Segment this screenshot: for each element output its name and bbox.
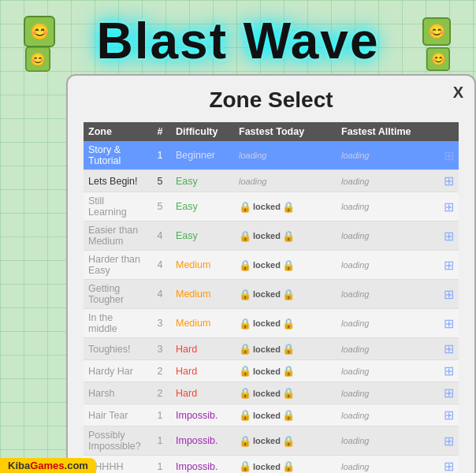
cell-zone-name: In the middle [84, 309, 149, 338]
cell-difficulty: Beginner [171, 141, 234, 170]
grid-icon[interactable]: ⊞ [444, 460, 454, 473]
game-title: Blast Wave [96, 13, 379, 69]
cell-fastest-today: 🔒 locked 🔒 [234, 382, 337, 404]
cell-zone-name: Toughies! [84, 338, 149, 360]
cell-zone-num: 4 [149, 280, 171, 309]
grid-icon[interactable]: ⊞ [444, 229, 454, 243]
cell-difficulty: Medium [171, 309, 234, 338]
table-row[interactable]: Hardy Har2Hard🔒 locked 🔒loading⊞ [84, 360, 459, 382]
cell-difficulty: Hard [171, 338, 234, 360]
cell-difficulty: Medium [171, 280, 234, 309]
cell-zone-num: 4 [149, 251, 171, 280]
grid-icon[interactable]: ⊞ [444, 149, 454, 162]
cell-zone-num: 1 [149, 404, 171, 426]
cell-fastest-today: loading [234, 141, 337, 170]
cell-zone-num: 1 [149, 141, 171, 170]
cell-fastest-today: loading [234, 170, 337, 192]
cell-fastest-alltime: loading [337, 382, 439, 404]
cell-grid-icon[interactable]: ⊞ [439, 251, 459, 280]
cell-grid-icon[interactable]: ⊞ [439, 360, 459, 382]
cell-difficulty: Impossib. [171, 426, 234, 456]
grid-icon[interactable]: ⊞ [444, 342, 454, 356]
cell-difficulty: Impossib. [171, 404, 234, 426]
cell-grid-icon[interactable]: ⊞ [439, 404, 459, 426]
title-area: Blast Wave [0, 0, 476, 74]
cell-grid-icon[interactable]: ⊞ [439, 280, 459, 309]
cell-fastest-alltime: loading [337, 280, 439, 309]
grid-icon[interactable]: ⊞ [444, 408, 454, 422]
cell-zone-num: 2 [149, 382, 171, 404]
cell-fastest-alltime: loading [337, 141, 439, 170]
table-row[interactable]: AHHHH1Impossib.🔒 locked 🔒loading⊞ [84, 456, 459, 474]
cell-difficulty: Easy [171, 192, 234, 222]
kiba-badge: KibaGames.com [0, 458, 96, 473]
cell-zone-name: Hardy Har [84, 360, 149, 382]
cell-grid-icon[interactable]: ⊞ [439, 382, 459, 404]
grid-icon[interactable]: ⊞ [444, 174, 454, 188]
col-action [439, 122, 459, 141]
grid-icon[interactable]: ⊞ [444, 317, 454, 330]
cell-fastest-today: 🔒 locked 🔒 [234, 192, 337, 222]
cell-fastest-alltime: loading [337, 404, 439, 426]
cell-zone-num: 5 [149, 170, 171, 192]
table-header-row: Zone # Difficulty Fastest Today Fastest … [84, 122, 459, 141]
col-num: # [149, 122, 171, 141]
table-row[interactable]: Possibly Impossible?1Impossib.🔒 locked 🔒… [84, 426, 459, 456]
cell-zone-num: 4 [149, 222, 171, 251]
kiba-suffix: .com [65, 460, 88, 471]
table-row[interactable]: Harsh2Hard🔒 locked 🔒loading⊞ [84, 382, 459, 404]
cell-fastest-alltime: loading [337, 251, 439, 280]
cell-fastest-alltime: loading [337, 192, 439, 222]
cell-fastest-today: 🔒 locked 🔒 [234, 404, 337, 426]
dialog-title: Zone Select [84, 88, 459, 113]
cell-fastest-today: 🔒 locked 🔒 [234, 426, 337, 456]
cell-zone-name: Lets Begin! [84, 170, 149, 192]
cell-grid-icon[interactable]: ⊞ [439, 170, 459, 192]
grid-icon[interactable]: ⊞ [444, 200, 454, 214]
cell-grid-icon[interactable]: ⊞ [439, 309, 459, 338]
cell-grid-icon[interactable]: ⊞ [439, 338, 459, 360]
cell-zone-num: 5 [149, 192, 171, 222]
close-button[interactable]: X [453, 84, 463, 102]
table-row[interactable]: Easier than Medium4Easy🔒 locked 🔒loading… [84, 222, 459, 251]
cell-difficulty: Hard [171, 382, 234, 404]
cell-fastest-alltime: loading [337, 456, 439, 474]
grid-icon[interactable]: ⊞ [444, 386, 454, 400]
cell-fastest-today: 🔒 locked 🔒 [234, 360, 337, 382]
cell-grid-icon[interactable]: ⊞ [439, 141, 459, 170]
cell-fastest-today: 🔒 locked 🔒 [234, 222, 337, 251]
cell-fastest-today: 🔒 locked 🔒 [234, 456, 337, 474]
grid-icon[interactable]: ⊞ [444, 288, 454, 301]
cell-difficulty: Easy [171, 222, 234, 251]
table-row[interactable]: In the middle3Medium🔒 locked 🔒loading⊞ [84, 309, 459, 338]
table-row[interactable]: Hair Tear1Impossib.🔒 locked 🔒loading⊞ [84, 404, 459, 426]
kiba-games: Games [30, 460, 64, 471]
cell-zone-num: 2 [149, 360, 171, 382]
cell-grid-icon[interactable]: ⊞ [439, 456, 459, 474]
cell-grid-icon[interactable]: ⊞ [439, 426, 459, 456]
table-row[interactable]: Lets Begin!5Easyloadingloading⊞ [84, 170, 459, 192]
grid-icon[interactable]: ⊞ [444, 364, 454, 378]
table-row[interactable]: Getting Tougher4Medium🔒 locked 🔒loading⊞ [84, 280, 459, 309]
table-row[interactable]: Story & Tutorial1Beginnerloadingloading⊞ [84, 141, 459, 170]
cell-fastest-alltime: loading [337, 360, 439, 382]
cell-fastest-alltime: loading [337, 338, 439, 360]
grid-icon[interactable]: ⊞ [444, 434, 454, 448]
table-row[interactable]: Harder than Easy4Medium🔒 locked 🔒loading… [84, 251, 459, 280]
col-fastest-today: Fastest Today [234, 122, 337, 141]
cell-fastest-today: 🔒 locked 🔒 [234, 280, 337, 309]
col-difficulty: Difficulty [171, 122, 234, 141]
cell-fastest-alltime: loading [337, 222, 439, 251]
grid-icon[interactable]: ⊞ [444, 259, 454, 272]
cell-fastest-alltime: loading [337, 170, 439, 192]
cell-zone-name: Harder than Easy [84, 251, 149, 280]
cell-zone-name: Still Learning [84, 192, 149, 222]
table-row[interactable]: Still Learning5Easy🔒 locked 🔒loading⊞ [84, 192, 459, 222]
cell-difficulty: Medium [171, 251, 234, 280]
cell-grid-icon[interactable]: ⊞ [439, 192, 459, 222]
cell-grid-icon[interactable]: ⊞ [439, 222, 459, 251]
cell-fastest-alltime: loading [337, 426, 439, 456]
table-row[interactable]: Toughies!3Hard🔒 locked 🔒loading⊞ [84, 338, 459, 360]
cell-zone-num: 1 [149, 426, 171, 456]
cell-zone-name: Getting Tougher [84, 280, 149, 309]
